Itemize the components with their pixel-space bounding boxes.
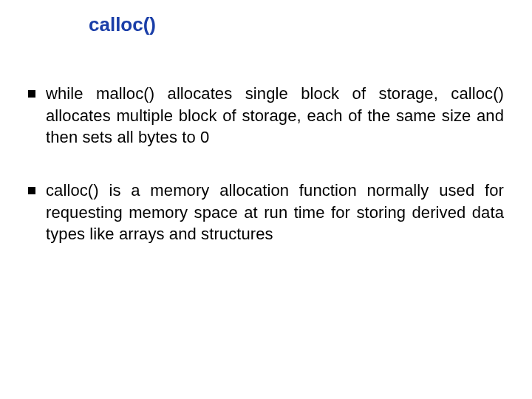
bullet-text: while malloc() allocates single block of… xyxy=(46,83,504,149)
bullet-marker-icon xyxy=(28,90,35,98)
list-item: calloc() is a memory allocation function… xyxy=(28,180,504,245)
bullet-marker-icon xyxy=(28,187,35,194)
slide-body: while malloc() allocates single block of… xyxy=(28,83,504,245)
bullet-text: calloc() is a memory allocation function… xyxy=(46,180,504,245)
list-item: while malloc() allocates single block of… xyxy=(28,83,504,149)
slide-title: calloc() xyxy=(89,13,156,36)
slide: calloc() while malloc() allocates single… xyxy=(0,0,532,399)
